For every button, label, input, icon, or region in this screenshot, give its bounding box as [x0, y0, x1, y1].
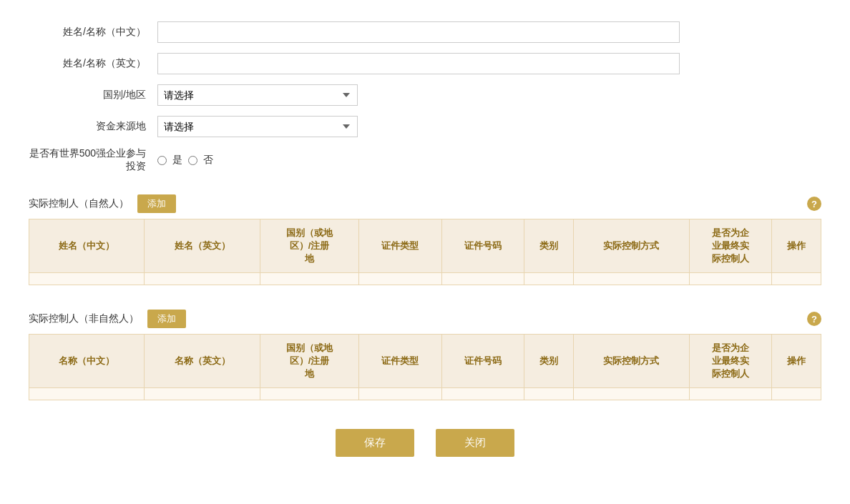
- fortune500-radio-group: 是 否: [157, 154, 213, 167]
- col-name-cn: 姓名（中文）: [29, 219, 145, 273]
- bottom-buttons: 保存 关闭: [29, 429, 821, 478]
- close-button[interactable]: 关闭: [436, 429, 514, 457]
- col-category-2: 类别: [524, 335, 573, 388]
- save-button[interactable]: 保存: [336, 429, 414, 457]
- col-cert-no-2: 证件号码: [441, 335, 524, 388]
- natural-person-add-button[interactable]: 添加: [137, 194, 176, 213]
- col-category: 类别: [524, 219, 573, 273]
- col-cert-no: 证件号码: [441, 219, 524, 273]
- fund-source-label: 资金来源地: [29, 120, 157, 133]
- name-cn-input[interactable]: [157, 21, 680, 43]
- col-name-en-2: 名称（英文）: [145, 335, 260, 388]
- col-country-2: 国别（或地区）/注册地: [260, 335, 358, 388]
- natural-person-title: 实际控制人（自然人）: [29, 197, 129, 210]
- col-name-cn-2: 名称（中文）: [29, 335, 145, 388]
- fund-source-select[interactable]: 请选择: [157, 116, 358, 137]
- fortune500-label: 是否有世界500强企业参与投资: [29, 147, 157, 173]
- table-row: [29, 273, 821, 285]
- natural-person-section-header: 实际控制人（自然人） 添加 ?: [29, 187, 821, 219]
- name-en-input[interactable]: [157, 53, 680, 74]
- name-en-label: 姓名/名称（英文）: [29, 57, 157, 70]
- country-label: 国别/地区: [29, 89, 157, 102]
- col-cert-type: 证件类型: [359, 219, 441, 273]
- fortune500-yes-radio[interactable]: [157, 156, 167, 165]
- col-is-ultimate-2: 是否为企业最终实际控制人: [689, 335, 771, 388]
- non-natural-person-help-icon[interactable]: ?: [807, 312, 821, 326]
- non-natural-person-section-header: 实际控制人（非自然人） 添加 ?: [29, 302, 821, 334]
- col-operation-2: 操作: [771, 335, 821, 388]
- col-is-ultimate: 是否为企业最终实际控制人: [689, 219, 771, 273]
- non-natural-person-add-button[interactable]: 添加: [147, 310, 186, 328]
- name-cn-label: 姓名/名称（中文）: [29, 26, 157, 39]
- col-country: 国别（或地区）/注册地: [260, 219, 358, 273]
- country-select[interactable]: 请选择: [157, 84, 358, 106]
- fortune500-yes-label[interactable]: 是: [172, 154, 182, 167]
- fortune500-no-label[interactable]: 否: [203, 154, 213, 167]
- col-name-en: 姓名（英文）: [145, 219, 260, 273]
- col-control-method: 实际控制方式: [574, 219, 689, 273]
- non-natural-person-title: 实际控制人（非自然人）: [29, 312, 139, 325]
- natural-person-help-icon[interactable]: ?: [807, 197, 821, 211]
- col-control-method-2: 实际控制方式: [574, 335, 689, 388]
- table-row: [29, 388, 821, 400]
- fortune500-no-radio[interactable]: [188, 156, 197, 165]
- non-natural-person-table: 名称（中文） 名称（英文） 国别（或地区）/注册地 证件类型 证件号码 类别 实…: [29, 334, 821, 400]
- col-cert-type-2: 证件类型: [359, 335, 441, 388]
- natural-person-table: 姓名（中文） 姓名（英文） 国别（或地区）/注册地 证件类型 证件号码 类别 实…: [29, 219, 821, 285]
- col-operation: 操作: [771, 219, 821, 273]
